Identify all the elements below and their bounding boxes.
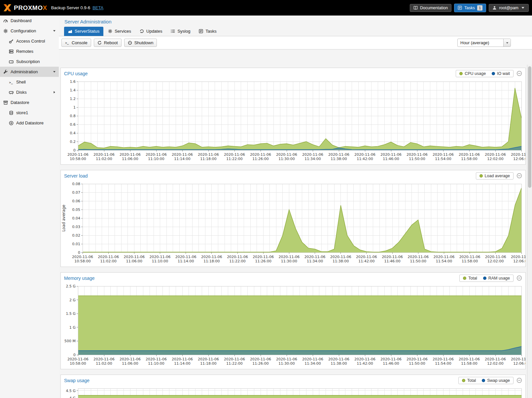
documentation-button[interactable]: Documentation [410,4,451,12]
svg-text:11:50:00: 11:50:00 [409,157,425,161]
tasks-icon [458,6,462,10]
svg-text:2020-11-06: 2020-11-06 [328,152,349,157]
collapse-panel-icon[interactable] [516,173,522,179]
sidebar-item-access-control[interactable]: Access Control [0,36,59,46]
list-icon [171,29,175,33]
legend-dot [492,72,495,75]
tasks-badge: 1 [477,5,482,11]
sidebar-item-subscription[interactable]: Subscription [0,56,59,67]
gears-icon [108,29,112,33]
sidebar-item-shell[interactable]: >_ Shell [0,77,59,87]
sidebar-item-dashboard[interactable]: Dashboard [0,16,59,26]
legend-dot [482,379,485,382]
svg-text:1.4: 1.4 [70,88,76,92]
legend-dot [483,277,486,280]
swap-usage-chart: 0500 M1 G1.5 G2 G2.5 G3 G3.5 G4 G4.5 G20… [61,386,525,398]
svg-text:11:46:00: 11:46:00 [384,259,400,263]
panel-tools: CPU usage IO wait [456,70,522,77]
svg-text:2020-11-06: 2020-11-06 [72,255,93,259]
vertical-scrollbar[interactable] [527,65,532,398]
tab-services[interactable]: Services [104,27,135,36]
svg-text:2020-11-06: 2020-11-06 [150,255,171,259]
tasks-button[interactable]: Tasks 1 [454,4,486,12]
beta-link[interactable]: BETA [92,5,103,10]
svg-text:500 M: 500 M [64,339,76,343]
terminal-icon: >_ [9,80,14,84]
tab-serverstatus[interactable]: ServerStatus [64,27,103,36]
sidebar-item-remotes[interactable]: Remotes [0,46,59,56]
svg-text:10:58:00: 10:58:00 [74,259,90,263]
proxmox-logo: PROXMOX [3,4,47,12]
collapse-panel-icon[interactable] [516,378,522,383]
svg-text:11:18:00: 11:18:00 [200,157,216,161]
sidebar-item-label: Disks [16,90,27,95]
svg-text:11:58:00: 11:58:00 [461,361,477,366]
sidebar-item-label: Remotes [16,49,33,54]
sidebar-item-administration[interactable]: Administration [0,67,59,77]
toolbar: >_ Console Reboot Shutdown Hour (average… [59,36,532,50]
terminal-icon: >_ [65,41,69,45]
legend-label: IO wait [497,71,510,76]
svg-text:2020-11-06: 2020-11-06 [330,255,351,259]
caret-down-icon[interactable] [53,29,56,33]
reboot-button[interactable]: Reboot [94,39,122,47]
svg-text:0: 0 [73,148,76,152]
time-range-select[interactable]: Hour (average) [457,39,511,47]
svg-text:2020-11-06: 2020-11-06 [407,357,428,361]
sidebar-item-datastore[interactable]: Datastore [0,97,59,108]
svg-text:2020-11-06: 2020-11-06 [93,152,115,157]
legend-item: IO wait [492,71,510,76]
svg-text:11:46:00: 11:46:00 [383,157,399,161]
sidebar-item-configuration[interactable]: Configuration [0,26,59,36]
sidebar-item-disks[interactable]: Disks [0,87,59,97]
panel-header: CPU usage CPU usage IO wait [61,68,525,79]
svg-text:11:06:00: 11:06:00 [122,361,138,366]
svg-text:11:38:00: 11:38:00 [331,157,347,161]
sidebar: Dashboard Configuration Access Control R… [0,16,59,398]
panel-header: Memory usage Total RAM usage [61,273,525,283]
svg-text:11:42:00: 11:42:00 [357,157,373,161]
svg-text:2020-11-06: 2020-11-06 [433,152,454,157]
tab-syslog[interactable]: Syslog [167,27,194,36]
tab-label: Syslog [177,29,190,34]
console-button[interactable]: >_ Console [61,39,91,47]
svg-text:2020-11-06: 2020-11-06 [302,152,323,157]
product-version: Backup Server 0.9-6 [51,5,90,10]
svg-text:2020-11-06: 2020-11-06 [511,357,525,361]
svg-text:2020-11-06: 2020-11-06 [276,357,297,361]
svg-text:11:30:00: 11:30:00 [281,259,297,263]
shutdown-button[interactable]: Shutdown [124,39,157,47]
svg-text:11:14:00: 11:14:00 [174,157,190,161]
svg-text:11:54:00: 11:54:00 [436,259,452,263]
reboot-label: Reboot [104,40,118,45]
caret-right-icon[interactable] [53,90,56,94]
user-menu-button[interactable]: root@pam [489,4,529,12]
svg-text:0.03: 0.03 [72,225,81,229]
caret-down-icon[interactable] [53,70,56,74]
legend-item: Total [462,378,476,383]
svg-text:2020-11-06: 2020-11-06 [407,152,428,157]
svg-text:2020-11-06: 2020-11-06 [354,357,375,361]
collapse-panel-icon[interactable] [516,71,522,76]
tab-tasks[interactable]: Tasks [195,27,220,36]
sidebar-item-label: store1 [16,110,28,115]
tab-updates[interactable]: Updates [136,27,166,36]
svg-text:0.6: 0.6 [70,122,76,127]
book-icon [413,6,418,10]
scrollbar-thumb[interactable] [528,66,531,188]
panel-tools: Total RAM usage [459,275,522,282]
legend-label: Swap usage [487,378,510,383]
svg-text:0: 0 [78,250,80,255]
sidebar-item-store1[interactable]: store1 [0,108,59,118]
select-trigger[interactable] [503,39,511,47]
collapse-panel-icon[interactable] [516,275,522,281]
sidebar-item-add-datastore[interactable]: Add Datastore [0,118,59,128]
time-range-value: Hour (average) [458,40,503,45]
svg-text:2020-11-06: 2020-11-06 [98,255,119,259]
server-load-panel: Server load Load average 00.010.020.030.… [60,170,526,267]
svg-text:11:42:00: 11:42:00 [357,361,373,366]
svg-text:11:14:00: 11:14:00 [178,259,194,263]
svg-text:0.07: 0.07 [72,190,81,195]
cpu-usage-chart: 00.20.40.60.811.21.41.62020-11-0610:58:0… [61,79,525,164]
chart-legend: CPU usage IO wait [456,70,514,77]
